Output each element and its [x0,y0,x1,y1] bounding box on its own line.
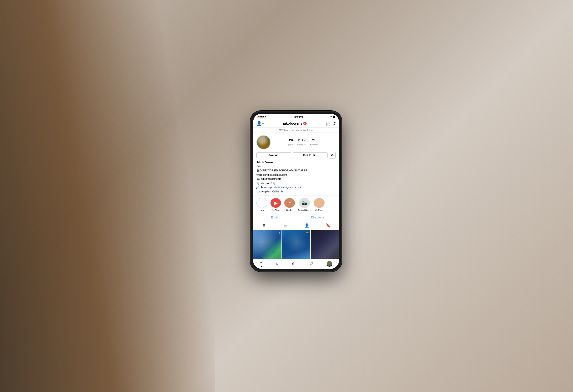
stats-container: 939 posts 81.7K followers 24 following [271,139,336,146]
followers-label: followers [298,143,306,146]
highlight-behind-label: Behind Sce... [298,209,311,211]
photo-cell-1[interactable]: ⊕ [253,230,282,259]
bio-line1: 🎬DIRECTOR/EDITOR/DP/ADVENTURER [256,169,336,173]
hand-shadow [0,0,215,392]
phone-device: Verizon ▾ 4:40 PM ✦ ▮▮ 👤+ jakobowens 4 📊… [251,111,341,271]
tab-tagged[interactable]: 👤 [296,221,318,230]
highlight-behind[interactable]: 📷 Behind Sce... [298,198,311,211]
add-person-icon[interactable]: 👤+ [256,121,264,126]
posts-label: posts [288,143,294,146]
following-count: 24 [310,139,318,142]
photo-cell-2[interactable]: 📷 [282,230,310,259]
settings-icon: ⚙ [331,154,334,157]
following-stat[interactable]: 24 following [310,139,318,146]
followers-stat[interactable]: 81.7K followers [298,139,306,146]
bottom-nav-profile[interactable] [327,261,332,267]
avatar[interactable] [256,135,271,149]
status-time: 4:40 PM [294,116,303,118]
home-icon: ⌂ [260,260,262,266]
bookmark-icon: 🔖 [326,223,331,228]
followers-count: 81.7K [298,139,306,142]
profile-top: 939 posts 81.7K followers 24 following [256,135,336,149]
directions-button[interactable]: Directions [296,214,339,221]
highlight-youtube-circle: ▶ [270,198,281,208]
chart-icon[interactable]: 📊 [325,121,330,126]
notification-badge: 4 [303,122,306,125]
add-icon: ⊕ [292,261,296,267]
highlight-mypr-circle [314,198,325,208]
posts-stat[interactable]: 939 posts [288,139,294,146]
promote-button[interactable]: Promote [256,152,291,158]
search-icon: ○ [276,261,279,266]
username-container: jakobowens 4 [283,122,306,125]
highlight-quotes-label: Quotes [286,209,293,211]
status-left: Verizon ▾ [257,116,267,118]
bio-name: Jakob Owens [256,160,336,164]
list-icon: ☰ [284,223,287,228]
username-text: jakobowens [283,122,302,125]
profile-avatar-small [327,261,332,267]
edit-profile-button[interactable]: Edit Profile [293,152,328,158]
bottom-nav-add[interactable]: ⊕ [292,261,296,267]
posts-count: 939 [288,139,294,142]
bottom-nav-search[interactable]: ○ [276,261,279,266]
bio: Jakob Owens Artist 🎬DIRECTOR/EDITOR/DP/A… [256,160,336,193]
highlight-youtube[interactable]: ▶ YouTube [270,198,281,211]
heart-icon: ♡ [309,261,313,267]
nav-icons: 📊 ↺ [325,121,336,126]
photo-grid: ⊕ 📷 [253,230,339,259]
tag-icon: 👤 [304,223,309,228]
bluetooth-icon: ✦ [330,116,332,118]
carrier-text: Verizon [257,116,265,118]
new-circle-icon: + [260,200,264,206]
history-icon[interactable]: ↺ [333,121,336,126]
highlight-quotes[interactable]: ❝ Quotes [284,198,295,211]
wifi-icon: ▾ [265,116,267,118]
insights-text: 51976 profile visits in the last 7 days [279,129,313,131]
quotes-icon: ❝ [289,201,291,205]
highlight-new-label: New [260,209,264,211]
grid-icon: ⊞ [262,223,266,228]
bottom-nav-home[interactable]: ⌂ [260,260,262,267]
email-button[interactable]: Email [253,214,296,221]
highlight-mypr-label: My Pro... [315,209,323,211]
highlight-quotes-circle: ❝ [284,198,295,208]
profile-insights: 51976 profile visits in the last 7 days [253,128,339,133]
nav-bar: 👤+ jakobowens 4 📊 ↺ [253,119,339,128]
highlights-row: + New ▶ YouTube ❝ Quotes 📷 Behin [253,195,339,214]
following-label: following [310,143,318,146]
status-right: ✦ ▮▮ [330,116,335,118]
profile-info: 939 posts 81.7K followers 24 following P… [253,133,339,195]
contact-buttons: Email Directions [253,214,339,221]
tab-list[interactable]: ☰ [275,221,296,230]
highlight-new[interactable]: + New [256,198,268,211]
highlight-behind-circle: 📷 [299,198,310,208]
phone-screen: Verizon ▾ 4:40 PM ✦ ▮▮ 👤+ jakobowens 4 📊… [253,114,339,269]
tab-grid[interactable]: ⊞ [253,221,275,230]
bio-link[interactable]: jakobowensproductions.bigcartel.com/ [256,185,336,189]
highlight-new-circle: + [256,198,268,208]
grid-tabs: ⊞ ☰ 👤 🔖 [253,221,339,230]
highlight-mypr[interactable]: My Pro... [314,198,325,211]
bottom-nav: ⌂ ○ ⊕ ♡ [253,259,339,269]
tab-saved[interactable]: 🔖 [318,221,339,230]
bottom-nav-activity[interactable]: ♡ [309,261,313,267]
battery-icon: ▮▮ [333,116,335,118]
avatar-image [257,136,270,149]
highlight-youtube-label: YouTube [271,209,280,211]
behind-camera-icon: 📷 [302,200,307,206]
bio-line4: 🛒 My Store! 🛒 [256,181,336,185]
youtube-play-icon: ▶ [274,200,278,206]
status-bar: Verizon ▾ 4:40 PM ✦ ▮▮ [253,114,339,119]
bio-location: Los Angeles, California [256,190,336,194]
settings-button[interactable]: ⚙ [329,152,336,159]
bio-line2: ✉ Bookingjop@gmail.com [256,173,336,177]
bio-category: Artist [256,164,336,169]
action-buttons: Promote Edit Profile ⚙ [256,152,336,159]
photo-cell-3[interactable] [311,230,339,259]
photo2-icon: 📷 [306,231,309,234]
bio-line3: 📷 @buffnerdsmedia [256,177,336,181]
photo1-icon: ⊕ [278,231,280,234]
home-active-dot [261,266,262,267]
